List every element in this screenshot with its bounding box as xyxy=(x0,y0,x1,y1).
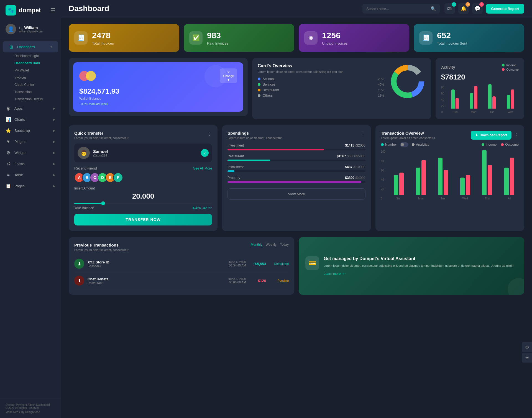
filter-number[interactable]: Number xyxy=(381,143,397,147)
sidebar-item-pages[interactable]: 📋 Pages ▶ xyxy=(0,180,61,191)
va-title: Get managed by Dompet's Virtual Assistan… xyxy=(324,256,514,261)
table-icon: ≡ xyxy=(6,172,11,178)
sidebar-item-widget[interactable]: ⚙ Widget ▶ xyxy=(0,147,61,158)
see-all-link[interactable]: See All More xyxy=(193,166,212,170)
sidebar-item-dashboard[interactable]: ⊞ Dashboard ▼ xyxy=(3,41,58,52)
forms-label: Forms xyxy=(14,162,50,166)
settings-floating-button[interactable]: ⚙ xyxy=(522,342,532,352)
tx-name-1: XYZ Store ID xyxy=(88,260,109,264)
tab-weekly[interactable]: Weekly xyxy=(266,243,277,248)
va-learn-more-link[interactable]: Learn more >> xyxy=(324,272,514,276)
prev-tx-desc: Lorem ipsum dolor sit amet, consectetur xyxy=(74,248,129,252)
virtual-assistant-section: 💳 Get managed by Dompet's Virtual Assist… xyxy=(299,237,524,295)
tx-bar-fri: Fri xyxy=(500,158,519,200)
filter-toggle[interactable] xyxy=(400,142,408,147)
sidebar-item-charts[interactable]: 📊 Charts ▶ xyxy=(0,114,61,125)
outcome-dot xyxy=(502,68,505,71)
transfer-user-card: 👨 Samuel @sum224 ✓ xyxy=(74,143,212,162)
spending-bar-restaurant xyxy=(227,160,365,161)
friend-6[interactable]: F xyxy=(113,173,123,183)
spending-property: Property $3890 /$4000 xyxy=(227,176,365,183)
tx-bar-mon: Mon xyxy=(411,160,430,200)
activity-yaxis: 80 60 40 20 0 xyxy=(441,86,446,114)
menu-toggle[interactable]: ☰ xyxy=(50,7,55,14)
activity-title: Activity xyxy=(441,65,455,70)
bag-button[interactable]: 🛍 2 xyxy=(444,3,455,14)
sidebar-item-forms[interactable]: 🖨 Forms ▶ xyxy=(0,158,61,169)
sub-cards-center[interactable]: Cards Center xyxy=(14,81,61,88)
sidebar-navigation: ⊞ Dashboard ▼ Dashboard Light Dashboard … xyxy=(0,39,61,399)
tx-label-thu: Thu xyxy=(485,197,490,200)
prev-row: Previous Transactions Lorem ipsum dolor … xyxy=(69,237,524,295)
sidebar-item-plugins[interactable]: ♥ Plugins ▶ xyxy=(0,136,61,147)
quick-transfer-menu[interactable]: ⋮ xyxy=(207,131,212,137)
tx-item-icon-1: ⬇ xyxy=(74,259,84,269)
tab-monthly[interactable]: Monthly xyxy=(251,243,262,248)
sub-dashboard-dark[interactable]: Dashboard Dark xyxy=(14,60,61,67)
sidebar-item-bootstrap[interactable]: ⭐ Bootstrap ▶ xyxy=(0,125,61,136)
cards-legend: Account 20% Services 40% Restaurant xyxy=(258,77,384,98)
legend-services: Services 40% xyxy=(258,83,384,86)
search-input[interactable] xyxy=(366,7,428,11)
spendings-menu[interactable]: ⋮ xyxy=(360,131,365,137)
sidebar-item-table[interactable]: ≡ Table ▶ xyxy=(0,169,61,180)
spending-installment: Installment $487 /$10000 xyxy=(227,165,365,172)
wallet-label: Wallet Balance xyxy=(79,97,237,101)
tab-today[interactable]: Today xyxy=(280,243,289,248)
filter-number-label: Number xyxy=(385,143,397,147)
widget-label: Widget xyxy=(14,151,50,155)
bell-badge: 12 xyxy=(466,2,470,7)
va-decoration xyxy=(508,278,524,295)
bootstrap-icon: ⭐ xyxy=(6,128,11,133)
sub-transaction[interactable]: Transaction xyxy=(14,88,61,96)
sub-transaction-details[interactable]: Transaction Details xyxy=(14,96,61,103)
activity-section: Activity Income Outcome $78120 xyxy=(436,58,524,119)
tx-name-2: Chef Renata xyxy=(88,277,109,281)
tx-bar-area: 100 80 60 40 20 0 Sun xyxy=(381,150,519,200)
wallet-decoration xyxy=(204,65,227,87)
tx-overview-menu[interactable]: ⋮ xyxy=(514,132,519,138)
legend-account: Account 20% xyxy=(258,77,384,81)
legend-dot-others xyxy=(258,94,260,97)
bell-button[interactable]: 🔔 12 xyxy=(458,3,469,14)
widget-icon: ⚙ xyxy=(6,150,11,155)
widget-arrow: ▶ xyxy=(53,151,55,154)
stat-card-paid-invoices: ✅ 983 Paid Invoices xyxy=(184,24,294,52)
tx-income-label: Income xyxy=(486,143,497,147)
spending-investment-current: $1415 xyxy=(345,143,354,147)
circle-yellow xyxy=(86,71,96,81)
bar-group-tue: Tue xyxy=(484,84,500,114)
made-with-text: Made with ♥ by DesignZone xyxy=(6,411,40,414)
theme-floating-button[interactable]: ☀ xyxy=(522,353,532,363)
pages-label: Pages xyxy=(14,184,50,188)
stat-card-total-sent: 🧾 652 Total Invoices Sent xyxy=(414,24,524,52)
sub-dashboard-light[interactable]: Dashboard Light xyxy=(14,52,61,60)
recent-friends-title: Recent Friend xyxy=(74,166,97,170)
sub-invoices[interactable]: Invoices xyxy=(14,74,61,81)
sub-my-wallet[interactable]: My Wallet xyxy=(14,67,61,74)
bar-mon-income xyxy=(470,93,473,109)
tx-bar-tue: Tue xyxy=(434,158,452,200)
sidebar-footer: Dompet Payment Admin Dashboard © 2021 Al… xyxy=(0,399,61,418)
bar-label-wed: Wed xyxy=(508,111,513,114)
user-email: william@gmail.com xyxy=(19,30,43,33)
amount-slider[interactable] xyxy=(74,203,212,204)
total-sent-label: Total Invoices Sent xyxy=(437,41,467,45)
generate-report-button[interactable]: Generate Report xyxy=(486,4,524,14)
legend-label-services: Services xyxy=(263,83,275,86)
sidebar-item-apps[interactable]: ◉ Apps ▶ xyxy=(0,103,61,114)
download-icon: ⬇ xyxy=(475,133,478,137)
view-more-button[interactable]: View More xyxy=(227,188,365,200)
download-report-button[interactable]: ⬇ Download Report xyxy=(471,131,511,140)
transfer-name: Samuel xyxy=(93,149,108,154)
legend-pct-others: 15% xyxy=(378,94,384,97)
tx-yaxis: 100 80 60 40 20 0 xyxy=(381,150,388,200)
tx-amount-2: -$120 xyxy=(249,279,266,283)
outcome-label: Outcome xyxy=(506,68,519,71)
msg-badge: 5 xyxy=(479,2,484,7)
filter-analytics[interactable]: Analytics xyxy=(412,143,429,147)
transfer-now-button[interactable]: TRANSFER NOW xyxy=(74,214,212,225)
transaction-overview-section: Transaction Overview Lorem ipsum dolor s… xyxy=(375,125,524,231)
message-button[interactable]: 💬 5 xyxy=(472,3,483,14)
wallet-card: ↻ Change ▼ $824,571.93 Wallet Balance +0… xyxy=(73,62,243,112)
